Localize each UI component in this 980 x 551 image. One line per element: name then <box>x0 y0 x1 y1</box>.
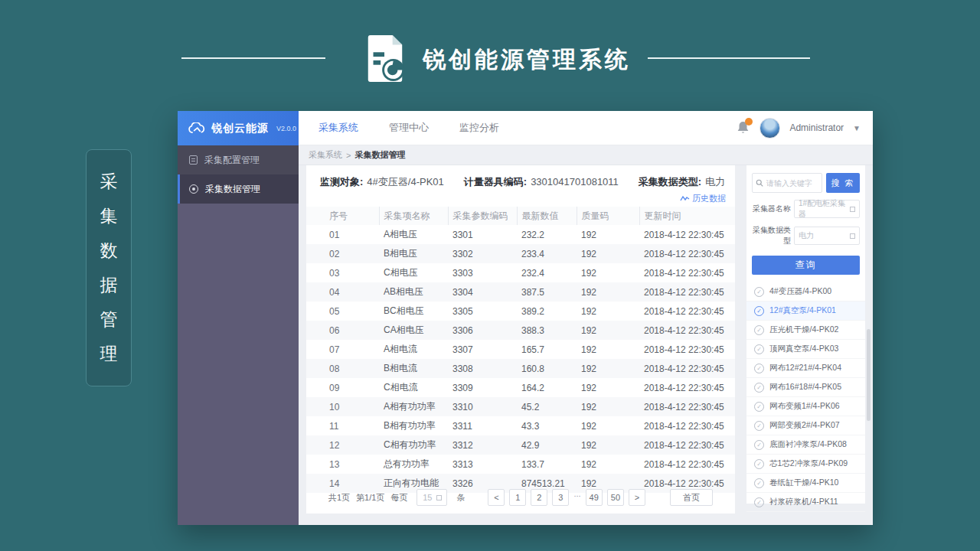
table-cell: 10 <box>306 397 379 416</box>
device-list: ✓4#变压器/4-PK00✓12#真空泵/4-PK01✓压光机干燥/4-PK02… <box>746 282 865 512</box>
table-cell: AB相电压 <box>379 282 448 302</box>
device-list-item[interactable]: ✓芯1芯2冲浆泵/4-PK09 <box>746 455 865 474</box>
history-data-link[interactable]: 历史数据 <box>680 193 726 204</box>
search-row: 搜 索 <box>746 165 865 193</box>
user-avatar[interactable] <box>760 118 780 139</box>
table-cell: 3312 <box>448 435 517 455</box>
table-row[interactable]: 08B相电流3308160.81922018-4-12 22:30:45 <box>306 359 735 378</box>
first-page-button[interactable]: 首页 <box>670 489 713 506</box>
page-buttons: < 123...4950 > <box>488 489 645 506</box>
table-row[interactable]: 05BC相电压3305389.21922018-4-12 22:30:45 <box>306 302 735 321</box>
filter-select[interactable]: 1#配电柜采集器 <box>794 200 860 218</box>
search-icon <box>756 178 763 187</box>
query-button[interactable]: 查询 <box>752 256 860 275</box>
device-list-item[interactable]: ✓网布12#21#/4-PK04 <box>746 359 865 378</box>
device-name: 压光机干燥/4-PK02 <box>769 324 838 335</box>
search-input-wrap <box>752 173 822 193</box>
page-number-button[interactable]: 1 <box>509 489 526 506</box>
nav-tab[interactable]: 管理中心 <box>386 111 432 145</box>
sidebar-item-config[interactable]: 采集配置管理 <box>178 145 299 174</box>
page-title: 锐创能源管理系统 <box>423 44 631 76</box>
page-number-button[interactable]: 50 <box>607 489 624 506</box>
column-header: 质量码 <box>577 207 639 225</box>
collection-data-table: 序号采集项名称采集参数编码最新数值质量码更新时间 01A相电压3301232.2… <box>306 207 735 493</box>
info-value: 4#变压器/4-PK01 <box>367 176 443 187</box>
page-number-button[interactable]: 3 <box>552 489 569 506</box>
column-header: 更新时间 <box>639 207 735 225</box>
sidebar-item-label: 采集数据管理 <box>205 183 260 196</box>
table-row[interactable]: 02B相电压3302233.41922018-4-12 22:30:45 <box>306 244 735 263</box>
notification-badge <box>745 118 753 126</box>
table-row[interactable]: 01A相电压3301232.21922018-4-12 22:30:45 <box>306 225 735 244</box>
filter-select[interactable]: 电力 <box>794 227 860 245</box>
table-row[interactable]: 07A相电流3307165.71922018-4-12 22:30:45 <box>306 340 735 359</box>
device-list-item[interactable]: ✓压光机干燥/4-PK02 <box>746 321 865 340</box>
table-row[interactable]: 10A相有功功率331045.21922018-4-12 22:30:45 <box>306 397 735 416</box>
table-cell: 2018-4-12 22:30:45 <box>639 378 735 397</box>
pagination-total: 共1页 <box>328 492 350 504</box>
next-page-button[interactable]: > <box>629 489 645 506</box>
table-row[interactable]: 04AB相电压3304387.51922018-4-12 22:30:45 <box>306 282 735 302</box>
side-tab-char: 集 <box>100 207 118 225</box>
filter-rows: 采集器名称1#配电柜采集器采集数据类型电力 <box>746 200 865 246</box>
notification-bell-icon[interactable] <box>737 120 750 135</box>
table-cell: 3307 <box>448 340 517 359</box>
device-list-item[interactable]: ✓卷纸缸干燥/4-PK10 <box>746 474 865 493</box>
prev-page-button[interactable]: < <box>488 489 505 506</box>
table-cell: 232.2 <box>517 225 577 244</box>
table-cell: 3309 <box>448 378 517 397</box>
chevron-down-icon[interactable]: ▼ <box>853 124 861 132</box>
nav-tab[interactable]: 采集系统 <box>315 111 361 145</box>
device-list-item[interactable]: ✓网布变频1#/4-PK06 <box>746 397 865 416</box>
check-circle-icon: ✓ <box>754 421 764 431</box>
per-page-select[interactable]: 15 <box>416 489 447 506</box>
table-row[interactable]: 12C相有功功率331242.91922018-4-12 22:30:45 <box>306 435 735 455</box>
breadcrumb-current: 采集数据管理 <box>354 149 405 161</box>
device-list-item[interactable]: ✓12#真空泵/4-PK01 <box>746 302 865 321</box>
scrollbar-thumb[interactable] <box>867 329 871 421</box>
side-tab-char: 管 <box>100 311 118 328</box>
search-input[interactable] <box>766 179 818 187</box>
document-crescent-icon <box>363 34 407 83</box>
table-cell: 06 <box>306 321 379 340</box>
filter-row: 采集数据类型电力 <box>746 225 865 246</box>
device-list-item[interactable]: ✓底面衬冲浆泵/4-PK08 <box>746 435 865 455</box>
page-number-button[interactable]: 2 <box>531 489 547 506</box>
check-circle-icon: ✓ <box>754 402 764 412</box>
table-row[interactable]: 09C相电流3309164.21922018-4-12 22:30:45 <box>306 378 735 397</box>
table-row[interactable]: 13总有功功率3313133.71922018-4-12 22:30:45 <box>306 455 735 474</box>
search-button[interactable]: 搜 索 <box>826 173 860 193</box>
table-cell: 2018-4-12 22:30:45 <box>639 282 735 302</box>
table-cell: 3301 <box>448 225 517 244</box>
app-logo: 锐创云能源 V2.0.0 <box>178 111 299 145</box>
table-cell: 3306 <box>448 321 517 340</box>
table-cell: 165.7 <box>517 340 577 359</box>
table-row[interactable]: 11B相有功功率331143.31922018-4-12 22:30:45 <box>306 416 735 435</box>
page-number-button[interactable]: 49 <box>586 489 603 506</box>
nav-tab[interactable]: 监控分析 <box>456 111 502 145</box>
device-list-item[interactable]: ✓顶网真空泵/4-PK03 <box>746 340 865 359</box>
table-cell: 192 <box>577 455 639 474</box>
device-list-item[interactable]: ✓网部变频2#/4-PK07 <box>746 416 865 435</box>
table-cell: 3304 <box>448 282 517 302</box>
table-cell: 192 <box>577 378 639 397</box>
table-row[interactable]: 06CA相电压3306388.31922018-4-12 22:30:45 <box>306 321 735 340</box>
vertical-section-tab[interactable]: 采集数据管理 <box>86 149 132 386</box>
table-cell: 192 <box>577 282 639 302</box>
table-row[interactable]: 03C相电压3303232.41922018-4-12 22:30:45 <box>306 263 735 282</box>
check-circle-icon: ✓ <box>754 287 764 297</box>
user-name: Administrator <box>789 122 844 133</box>
check-circle-icon: ✓ <box>754 325 764 335</box>
sidebar-item-data[interactable]: 采集数据管理 <box>178 174 299 204</box>
monitor-info-row: 监测对象:4#变压器/4-PK01计量器具编码:3301041701081011… <box>306 165 735 189</box>
device-list-item[interactable]: ✓4#变压器/4-PK00 <box>746 282 865 302</box>
device-list-item[interactable]: ✓网布16#18#/4-PK05 <box>746 378 865 397</box>
filter-panel: 搜 索 采集器名称1#配电柜采集器采集数据类型电力 查询 ✓4#变压器/4-PK… <box>746 165 865 504</box>
table-cell: 01 <box>306 225 379 244</box>
table-cell: 133.7 <box>517 455 577 474</box>
table-cell: 2018-4-12 22:30:45 <box>639 416 735 435</box>
device-list-item[interactable]: ✓衬浆碎浆机/4-PK11 <box>746 493 865 512</box>
device-name: 顶网真空泵/4-PK03 <box>769 344 838 354</box>
table-cell: 160.8 <box>517 359 577 378</box>
breadcrumb-parent[interactable]: 采集系统 <box>309 149 342 161</box>
